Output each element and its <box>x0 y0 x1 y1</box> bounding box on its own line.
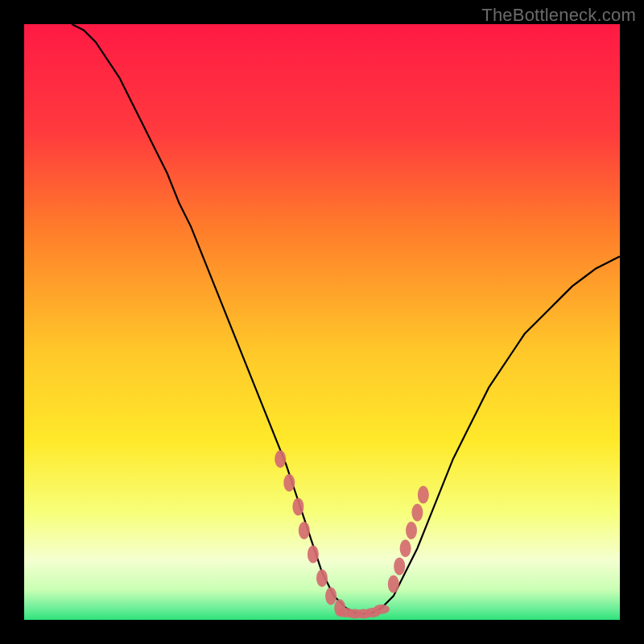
curve-marker <box>411 504 423 522</box>
curve-marker <box>400 539 411 557</box>
curve-marker <box>275 450 286 468</box>
curve-marker <box>283 474 295 492</box>
curve-marker <box>394 557 405 575</box>
curve-marker <box>292 497 303 515</box>
curve-marker <box>374 605 390 614</box>
plot-area <box>24 24 620 620</box>
curve-layer <box>24 24 620 620</box>
curve-marker <box>406 522 417 539</box>
curve-marker <box>325 587 336 605</box>
curve-marker <box>299 522 310 539</box>
curve-marker <box>388 576 399 593</box>
curve-marker <box>316 569 328 587</box>
marker-group <box>275 450 429 618</box>
curve-marker <box>308 546 319 564</box>
chart-frame: TheBottleneck.com <box>0 0 644 644</box>
curve-marker <box>418 486 429 504</box>
bottleneck-curve <box>72 24 620 614</box>
watermark-text: TheBottleneck.com <box>481 5 636 26</box>
